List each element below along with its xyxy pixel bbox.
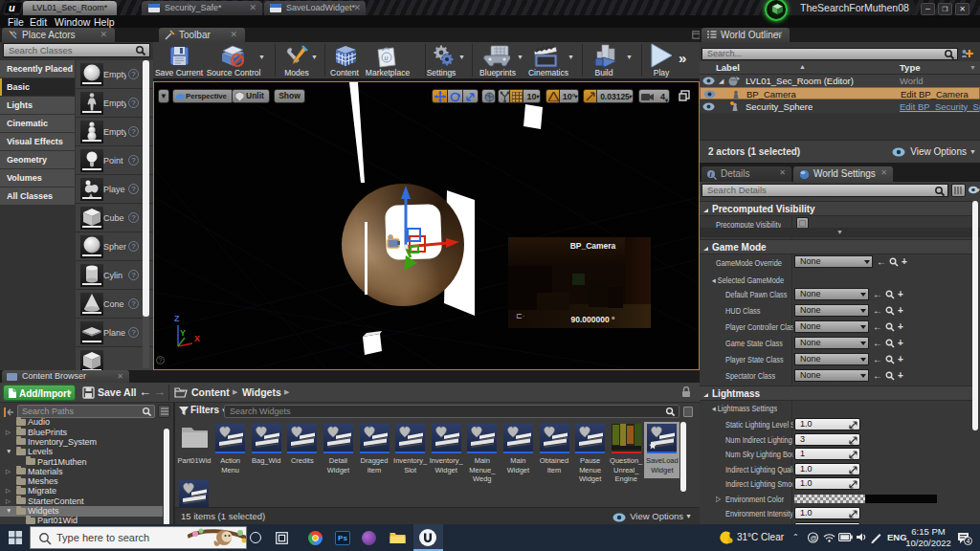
svg-text:@: @ (811, 535, 817, 541)
svg-text:Z: Z (174, 314, 180, 323)
svg-text:Y: Y (180, 328, 186, 338)
svg-text:u: u (385, 55, 389, 61)
svg-text:u: u (9, 2, 15, 13)
svg-text:X: X (194, 334, 200, 343)
